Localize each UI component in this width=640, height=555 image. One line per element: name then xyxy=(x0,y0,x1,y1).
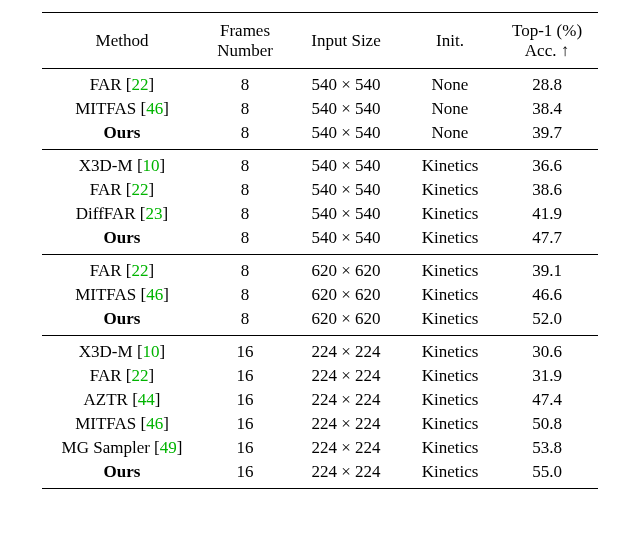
table-row: FAR [22]8540 × 540None28.8 xyxy=(42,69,598,98)
table-row: X3D-M [10]16224 × 224Kinetics30.6 xyxy=(42,336,598,365)
cell-frames: 16 xyxy=(202,436,288,460)
cell-init: Kinetics xyxy=(404,178,496,202)
cell-init: Kinetics xyxy=(404,283,496,307)
cell-input-size: 540 × 540 xyxy=(288,69,404,98)
method-name: FAR xyxy=(90,180,122,199)
method-name: MG Sampler xyxy=(62,438,150,457)
cell-method: Ours xyxy=(42,226,202,255)
cell-init: Kinetics xyxy=(404,388,496,412)
cell-input-size: 224 × 224 xyxy=(288,336,404,365)
table-row: MG Sampler [49]16224 × 224Kinetics53.8 xyxy=(42,436,598,460)
results-table: Method Frames Number Input Size Init. To… xyxy=(42,12,598,489)
cell-init: None xyxy=(404,69,496,98)
cell-frames: 8 xyxy=(202,226,288,255)
citation-ref[interactable]: 22 xyxy=(132,261,149,280)
citation-ref[interactable]: 22 xyxy=(132,75,149,94)
cell-frames: 8 xyxy=(202,255,288,284)
cell-init: Kinetics xyxy=(404,255,496,284)
cell-accuracy: 53.8 xyxy=(496,436,598,460)
cell-frames: 8 xyxy=(202,69,288,98)
cell-frames: 16 xyxy=(202,388,288,412)
method-name: FAR xyxy=(90,75,122,94)
cell-accuracy: 39.1 xyxy=(496,255,598,284)
citation-ref[interactable]: 46 xyxy=(146,285,163,304)
cell-input-size: 224 × 224 xyxy=(288,364,404,388)
col-frames: Frames Number xyxy=(202,13,288,69)
cell-method: Ours xyxy=(42,307,202,336)
method-name: MITFAS xyxy=(75,99,136,118)
cell-accuracy: 38.6 xyxy=(496,178,598,202)
cell-method: Ours xyxy=(42,121,202,150)
table-row: X3D-M [10]8540 × 540Kinetics36.6 xyxy=(42,150,598,179)
table-header-row: Method Frames Number Input Size Init. To… xyxy=(42,13,598,69)
cell-input-size: 540 × 540 xyxy=(288,121,404,150)
cell-accuracy: 39.7 xyxy=(496,121,598,150)
cell-method: AZTR [44] xyxy=(42,388,202,412)
cell-accuracy: 52.0 xyxy=(496,307,598,336)
table-row: MITFAS [46]16224 × 224Kinetics50.8 xyxy=(42,412,598,436)
cell-method: MG Sampler [49] xyxy=(42,436,202,460)
cell-accuracy: 50.8 xyxy=(496,412,598,436)
method-name: X3D-M xyxy=(79,156,133,175)
cell-input-size: 224 × 224 xyxy=(288,412,404,436)
cell-frames: 8 xyxy=(202,121,288,150)
citation-ref[interactable]: 46 xyxy=(146,99,163,118)
cell-accuracy: 41.9 xyxy=(496,202,598,226)
cell-init: Kinetics xyxy=(404,412,496,436)
cell-method: X3D-M [10] xyxy=(42,336,202,365)
cell-input-size: 620 × 620 xyxy=(288,283,404,307)
col-acc-l1: Top-1 (%) xyxy=(512,21,582,40)
cell-init: Kinetics xyxy=(404,226,496,255)
cell-frames: 8 xyxy=(202,150,288,179)
cell-frames: 8 xyxy=(202,307,288,336)
citation-ref[interactable]: 44 xyxy=(138,390,155,409)
citation-ref[interactable]: 10 xyxy=(143,156,160,175)
citation-ref[interactable]: 22 xyxy=(132,180,149,199)
citation-ref[interactable]: 10 xyxy=(143,342,160,361)
cell-input-size: 224 × 224 xyxy=(288,388,404,412)
table-row: MITFAS [46]8540 × 540None38.4 xyxy=(42,97,598,121)
cell-init: Kinetics xyxy=(404,436,496,460)
table-row: FAR [22]8620 × 620Kinetics39.1 xyxy=(42,255,598,284)
cell-method: FAR [22] xyxy=(42,69,202,98)
citation-ref[interactable]: 23 xyxy=(146,204,163,223)
col-frames-l1: Frames xyxy=(220,21,270,40)
cell-accuracy: 36.6 xyxy=(496,150,598,179)
citation-ref[interactable]: 46 xyxy=(146,414,163,433)
cell-method: Ours xyxy=(42,460,202,489)
cell-accuracy: 47.4 xyxy=(496,388,598,412)
citation-ref[interactable]: 22 xyxy=(132,366,149,385)
cell-method: MITFAS [46] xyxy=(42,412,202,436)
cell-input-size: 224 × 224 xyxy=(288,460,404,489)
cell-method: MITFAS [46] xyxy=(42,97,202,121)
method-name: AZTR xyxy=(84,390,128,409)
cell-frames: 16 xyxy=(202,364,288,388)
method-name: FAR xyxy=(90,261,122,280)
cell-input-size: 540 × 540 xyxy=(288,226,404,255)
col-acc: Top-1 (%) Acc. ↑ xyxy=(496,13,598,69)
cell-init: Kinetics xyxy=(404,364,496,388)
cell-frames: 8 xyxy=(202,97,288,121)
cell-method: FAR [22] xyxy=(42,255,202,284)
method-name: X3D-M xyxy=(79,342,133,361)
cell-input-size: 540 × 540 xyxy=(288,97,404,121)
table-row: Ours8620 × 620Kinetics52.0 xyxy=(42,307,598,336)
cell-frames: 8 xyxy=(202,202,288,226)
cell-init: Kinetics xyxy=(404,336,496,365)
cell-init: Kinetics xyxy=(404,150,496,179)
col-acc-l2: Acc. ↑ xyxy=(525,41,569,60)
cell-accuracy: 28.8 xyxy=(496,69,598,98)
cell-method: FAR [22] xyxy=(42,364,202,388)
col-init: Init. xyxy=(404,13,496,69)
cell-init: Kinetics xyxy=(404,202,496,226)
cell-init: None xyxy=(404,97,496,121)
cell-frames: 16 xyxy=(202,412,288,436)
table-row: FAR [22]16224 × 224Kinetics31.9 xyxy=(42,364,598,388)
cell-frames: 8 xyxy=(202,178,288,202)
method-name: Ours xyxy=(104,462,141,481)
table-row: Ours8540 × 540None39.7 xyxy=(42,121,598,150)
cell-input-size: 540 × 540 xyxy=(288,150,404,179)
cell-init: Kinetics xyxy=(404,307,496,336)
col-frames-l2: Number xyxy=(217,41,273,60)
citation-ref[interactable]: 49 xyxy=(160,438,177,457)
